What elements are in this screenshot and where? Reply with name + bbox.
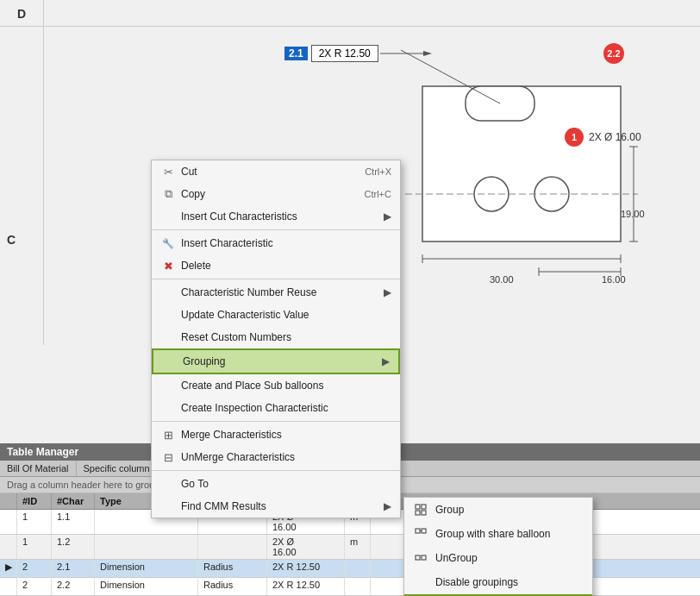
menu-item-create-sub[interactable]: Create and Place Sub balloons xyxy=(152,374,400,397)
cell-row2-icon xyxy=(0,535,17,559)
table-row[interactable]: 2 2.2 Dimension Radius 2X R 12.50 xyxy=(0,578,700,596)
cut-icon xyxy=(160,164,176,179)
menu-item-unmerge[interactable]: UnMerge Characteristics xyxy=(152,446,400,468)
merge-icon xyxy=(160,427,176,442)
separator-1 xyxy=(152,229,400,230)
grid-line xyxy=(0,26,700,27)
create-inspect-icon xyxy=(160,400,176,416)
col-header-char[interactable]: #Char xyxy=(52,493,95,509)
menu-item-create-inspect[interactable]: Create Inspection Characteristic xyxy=(152,397,400,419)
submenu-item-disable[interactable]: Disable groupings xyxy=(404,570,592,594)
dim-19: 19.00 xyxy=(621,209,645,219)
balloon-id-2-1: 2.1 xyxy=(284,47,308,60)
arrow-grouping: ▶ xyxy=(382,355,390,367)
goto-icon xyxy=(160,476,176,492)
dim-30: 30.00 xyxy=(490,274,514,285)
menu-item-reset-nums[interactable]: Reset Custom Numbers xyxy=(152,326,400,348)
submenu-grouping: Group Group with share balloon UnGroup xyxy=(403,497,593,596)
svg-rect-20 xyxy=(422,511,426,515)
disable-groupings-icon xyxy=(413,574,428,590)
context-menu: Cut Ctrl+X Copy Ctrl+C Insert Cut Charac… xyxy=(151,160,401,518)
cell-row4-char: 2.2 xyxy=(52,578,95,595)
separator-4 xyxy=(152,470,400,471)
svg-rect-21 xyxy=(416,529,420,533)
cell-row3-char: 2.1 xyxy=(52,560,95,577)
table-row[interactable]: 1 1.2 2X Ø16.00 m xyxy=(0,535,700,560)
cell-row2-type xyxy=(95,535,198,559)
drawing-area: D C xyxy=(0,0,700,596)
cell-row1-id: 1 xyxy=(17,510,52,534)
label-c: C xyxy=(7,233,16,247)
delete-icon xyxy=(160,258,176,273)
ungroup-icon xyxy=(413,550,428,566)
menu-item-cut[interactable]: Cut Ctrl+X xyxy=(152,160,400,183)
copy-icon xyxy=(160,186,176,202)
menu-label-update-val: Update Characteristic Value xyxy=(181,309,309,321)
table-row[interactable]: ▶ 2 2.1 Dimension Radius 2X R 12.50 xyxy=(0,560,700,578)
cell-row2-nominal: 2X Ø16.00 xyxy=(267,535,345,559)
menu-label-create-sub: Create and Place Sub balloons xyxy=(181,380,323,392)
menu-item-insert-char[interactable]: Insert Characteristic xyxy=(152,232,400,254)
separator-2 xyxy=(152,279,400,279)
update-val-icon xyxy=(160,307,176,323)
group-share-icon xyxy=(413,526,428,542)
menu-label-cut: Cut xyxy=(181,166,197,178)
svg-rect-24 xyxy=(416,555,420,560)
menu-label-grouping: Grouping xyxy=(183,355,225,367)
cell-row3-icon: ▶ xyxy=(0,560,17,577)
label-d: D xyxy=(17,7,26,21)
grid-line xyxy=(43,0,44,345)
svg-rect-22 xyxy=(422,529,426,533)
cell-row3-nominal: 2X R 12.50 xyxy=(267,560,345,577)
menu-label-reset-nums: Reset Custom Numbers xyxy=(181,331,291,343)
cell-row3-type: Dimension xyxy=(95,560,198,577)
menu-label-find-cmm: Find CMM Results xyxy=(181,500,266,512)
menu-item-grouping[interactable]: Grouping ▶ Group Group with share balloo… xyxy=(152,348,400,374)
cell-row3-id: 2 xyxy=(17,560,52,577)
col-header-icon xyxy=(0,493,17,509)
submenu-label-ungroup: UnGroup xyxy=(435,552,478,564)
svg-rect-25 xyxy=(422,555,426,560)
cell-row1-icon xyxy=(0,510,17,534)
menu-label-delete: Delete xyxy=(181,260,211,272)
menu-item-goto[interactable]: Go To xyxy=(152,473,400,495)
balloon-1: 1 2X Ø 16.00 xyxy=(565,128,641,147)
submenu-item-group[interactable]: Group xyxy=(404,498,592,522)
svg-rect-18 xyxy=(422,505,426,509)
submenu-item-ungroup[interactable]: UnGroup xyxy=(404,546,592,570)
cell-row3-unit xyxy=(345,560,371,577)
badge-2-2: 2.2 xyxy=(603,43,624,64)
submenu-label-group: Group xyxy=(435,504,464,516)
menu-item-update-val[interactable]: Update Characteristic Value xyxy=(152,304,400,326)
create-sub-icon xyxy=(160,378,176,393)
menu-label-insert-cut: Insert Cut Characteristics xyxy=(181,210,297,223)
menu-item-insert-cut[interactable]: Insert Cut Characteristics ▶ xyxy=(152,205,400,228)
grouping-icon xyxy=(162,354,178,369)
cell-row4-type: Dimension xyxy=(95,578,198,595)
svg-rect-19 xyxy=(416,511,420,515)
subheader-bom: Bill Of Material xyxy=(0,461,77,476)
char-reuse-icon xyxy=(160,285,176,300)
reset-nums-icon xyxy=(160,329,176,345)
balloon-2-1: 2.1 2X R 12.50 xyxy=(284,45,432,62)
balloon-value-2-1: 2X R 12.50 xyxy=(311,45,378,62)
menu-label-goto: Go To xyxy=(181,478,209,490)
menu-item-delete[interactable]: Delete xyxy=(152,254,400,277)
submenu-item-group-share[interactable]: Group with share balloon xyxy=(404,522,592,546)
cell-row3-name: Radius xyxy=(198,560,267,577)
menu-item-copy[interactable]: Copy Ctrl+C xyxy=(152,183,400,205)
cell-row2-id: 1 xyxy=(17,535,52,559)
arrow-find-cmm: ▶ xyxy=(384,500,391,512)
cell-row4-id: 2 xyxy=(17,578,52,595)
cell-row2-unit: m xyxy=(345,535,371,559)
unmerge-icon xyxy=(160,449,176,465)
arrow-char-reuse: ▶ xyxy=(384,286,391,298)
menu-item-char-reuse[interactable]: Characteristic Number Reuse ▶ xyxy=(152,281,400,304)
menu-label-unmerge: UnMerge Characteristics xyxy=(181,451,295,463)
col-header-id[interactable]: #ID xyxy=(17,493,52,509)
svg-rect-17 xyxy=(416,505,420,509)
menu-item-find-cmm[interactable]: Find CMM Results ▶ xyxy=(152,495,400,518)
menu-item-merge[interactable]: Merge Characteristics xyxy=(152,423,400,446)
submenu-label-group-share: Group with share balloon xyxy=(435,528,550,540)
cell-row2-name xyxy=(198,535,267,559)
